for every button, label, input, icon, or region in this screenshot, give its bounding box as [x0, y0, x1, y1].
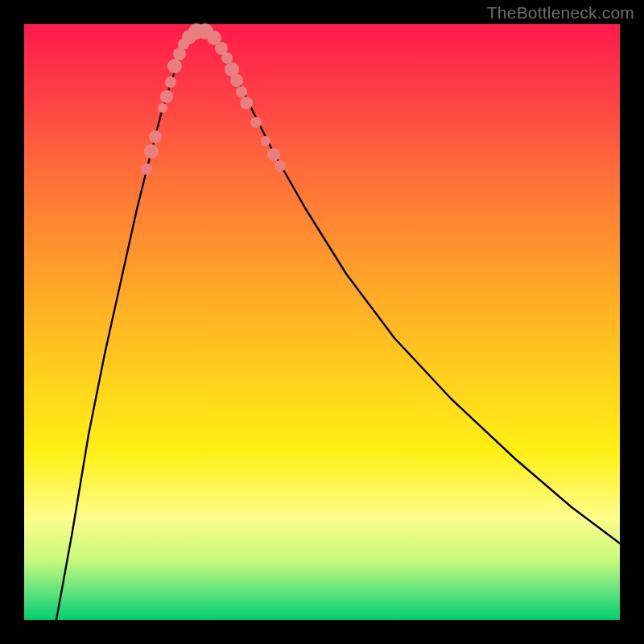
- chart-svg: [24, 24, 620, 620]
- curve-marker: [261, 136, 270, 146]
- curve-marker: [141, 163, 152, 175]
- curve-marker: [240, 97, 253, 109]
- curve-marker: [158, 103, 167, 113]
- curve-marker: [236, 86, 247, 97]
- chart-frame: TheBottleneck.com: [0, 0, 644, 644]
- curve-marker: [149, 130, 162, 143]
- plot-background: [24, 24, 620, 620]
- curve-marker: [230, 74, 243, 87]
- bottleneck-curve: [56, 31, 620, 620]
- curve-markers: [141, 23, 286, 175]
- curve-marker: [275, 160, 286, 171]
- curve-marker: [144, 144, 159, 159]
- curve-marker: [250, 117, 262, 128]
- curve-marker: [160, 90, 173, 103]
- curve-marker: [221, 52, 233, 64]
- curve-marker: [165, 76, 176, 88]
- curve-marker: [267, 148, 280, 161]
- watermark-text: TheBottleneck.com: [487, 3, 634, 23]
- curve-marker: [167, 59, 182, 73]
